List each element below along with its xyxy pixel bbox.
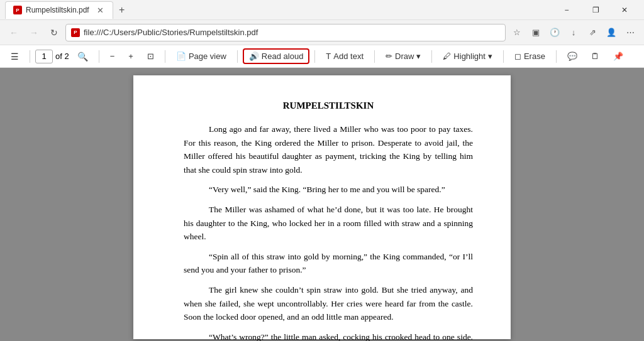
separator-3: [165, 50, 165, 63]
fit-button[interactable]: ⊡: [142, 49, 160, 63]
zoom-out-button[interactable]: −: [104, 49, 121, 63]
pin-button[interactable]: 📌: [608, 49, 629, 63]
refresh-button[interactable]: ↻: [45, 24, 63, 41]
addressbar-actions: ☆ ▣ 🕐 ↓ ⇗ 👤 ⋯: [508, 24, 639, 41]
tab-close-button[interactable]: ✕: [96, 6, 105, 15]
sticker-icon: 🗒: [591, 51, 599, 61]
paragraph-2: “Very well,” said the King. “Bring her t…: [184, 183, 473, 197]
erase-button[interactable]: ◻ Erase: [509, 49, 551, 63]
draw-label: Draw: [395, 51, 414, 61]
paragraph-4: “Spin all of this straw into gold by mor…: [184, 250, 473, 277]
read-aloud-label: Read aloud: [262, 51, 304, 61]
erase-label: Erase: [524, 51, 545, 61]
page-view-label: Page view: [189, 51, 226, 61]
add-text-icon: T: [326, 51, 331, 61]
page-number-box: of 2: [35, 50, 69, 63]
page-total-label: of 2: [55, 51, 69, 61]
highlight-label: Highlight: [453, 51, 486, 61]
separator-7: [431, 50, 432, 63]
settings-button[interactable]: ⋯: [621, 24, 639, 41]
draw-chevron-icon: ▾: [416, 51, 421, 61]
highlight-button[interactable]: 🖊 Highlight ▾: [437, 49, 498, 63]
collections-button[interactable]: ▣: [527, 24, 545, 41]
search-icon: 🔍: [77, 51, 88, 62]
pdf-body: Long ago and far away, there lived a Mil…: [184, 122, 473, 341]
url-bar[interactable]: P file:///C:/Users/Public/Stories/Rumpel…: [65, 24, 506, 41]
url-favicon: P: [71, 28, 80, 37]
sidebar-toggle-button[interactable]: ☰: [5, 49, 25, 64]
add-text-button[interactable]: T Add text: [320, 49, 369, 63]
history-button[interactable]: 🕐: [546, 24, 564, 41]
page-number-input[interactable]: [35, 50, 53, 63]
addressbar: ← → ↻ P file:///C:/Users/Public/Stories/…: [0, 20, 644, 45]
fit-icon: ⊡: [147, 51, 154, 61]
sticker-button[interactable]: 🗒: [586, 49, 605, 63]
new-tab-button[interactable]: +: [113, 1, 131, 19]
zoom-out-icon: −: [110, 51, 115, 61]
separator-4: [237, 50, 238, 63]
pdf-page: RUMPELSTILTSKIN Long ago and far away, t…: [133, 75, 511, 339]
read-aloud-icon: 🔊: [249, 51, 259, 61]
add-text-label: Add text: [333, 51, 364, 61]
minimize-button[interactable]: −: [552, 0, 581, 20]
comment-icon: 💬: [567, 51, 577, 61]
paragraph-1: Long ago and far away, there lived a Mil…: [184, 122, 473, 176]
downloads-button[interactable]: ↓: [565, 24, 582, 41]
url-text: file:///C:/Users/Public/Stories/Rumpelst…: [84, 28, 500, 37]
draw-icon: ✏: [386, 51, 392, 61]
separator-6: [374, 50, 375, 63]
share-button[interactable]: ⇗: [584, 24, 601, 41]
active-tab[interactable]: P Rumpelstiltskin.pdf ✕: [5, 1, 113, 19]
separator-9: [556, 50, 557, 63]
titlebar-controls: − ❐ ✕: [552, 0, 639, 20]
titlebar: P Rumpelstiltskin.pdf ✕ + − ❐ ✕: [0, 0, 644, 20]
separator-2: [99, 50, 99, 63]
highlight-chevron-icon: ▾: [488, 51, 492, 61]
pin-icon: 📌: [613, 51, 623, 61]
pdf-document-title: RUMPELSTILTSKIN: [184, 100, 473, 111]
separator-1: [30, 50, 30, 63]
zoom-in-icon: +: [128, 51, 133, 61]
draw-button[interactable]: ✏ Draw ▾: [380, 49, 426, 63]
paragraph-3: The Miller was ashamed of what he’d done…: [184, 203, 473, 244]
erase-icon: ◻: [514, 51, 521, 61]
page-view-icon: 📄: [176, 51, 186, 61]
forward-button[interactable]: →: [25, 24, 43, 41]
paragraph-5: The girl knew she couldn’t spin straw in…: [184, 283, 473, 324]
favorites-button[interactable]: ☆: [508, 24, 526, 41]
profile-button[interactable]: 👤: [602, 24, 620, 41]
back-button[interactable]: ←: [5, 24, 23, 41]
highlight-icon: 🖊: [443, 51, 451, 61]
tab-favicon: P: [13, 6, 22, 14]
paragraph-6: “What’s wrong?” the little man asked, co…: [184, 330, 473, 341]
separator-5: [314, 50, 315, 63]
page-view-button[interactable]: 📄 Page view: [170, 49, 232, 63]
tab-title: Rumpelstiltskin.pdf: [26, 6, 89, 14]
comment-button[interactable]: 💬: [562, 49, 583, 63]
read-aloud-button[interactable]: 🔊 Read aloud: [243, 48, 310, 64]
sidebar-icon: ☰: [11, 51, 19, 62]
zoom-in-button[interactable]: +: [123, 49, 139, 63]
tab-area: P Rumpelstiltskin.pdf ✕ +: [5, 1, 552, 19]
pdf-toolbar: ☰ of 2 🔍 − + ⊡ 📄 Page view 🔊 Read aloud …: [0, 45, 644, 68]
search-button[interactable]: 🔍: [72, 49, 94, 64]
close-button[interactable]: ✕: [610, 0, 639, 20]
restore-button[interactable]: ❐: [581, 0, 610, 20]
separator-8: [503, 50, 504, 63]
main-area: RUMPELSTILTSKIN Long ago and far away, t…: [0, 68, 644, 341]
